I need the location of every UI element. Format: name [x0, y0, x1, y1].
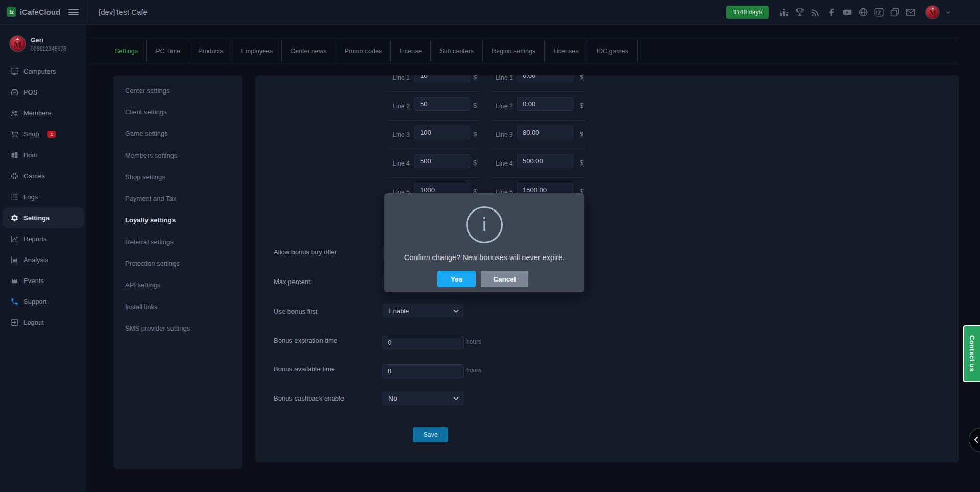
tab-license[interactable]: License	[391, 40, 431, 62]
bonus-line-group: Line 2$	[492, 92, 585, 121]
bonus-amount-input[interactable]	[517, 97, 573, 111]
currency-suffix: $	[580, 92, 583, 120]
mail-icon[interactable]	[905, 7, 916, 17]
globe-icon[interactable]	[858, 7, 868, 17]
main-sidebar: M Geri 008612345678 ComputersPOSMembersS…	[0, 25, 86, 492]
settings-nav-game-settings[interactable]: Game settings	[113, 123, 242, 145]
settings-nav-payment-and-tax[interactable]: Payment and Tax	[113, 188, 242, 209]
collapse-panel-toggle[interactable]	[969, 428, 980, 452]
tab-employees[interactable]: Employees	[232, 40, 282, 62]
shop-badge: 1	[47, 131, 56, 138]
spend-amount-input[interactable]	[414, 126, 470, 139]
tab-licenses[interactable]: Licenses	[545, 40, 587, 62]
bonus-line-row: Line 5$Line 5$	[255, 178, 959, 206]
youtube-icon[interactable]	[842, 7, 852, 17]
sidebar-item-members[interactable]: Members	[0, 103, 86, 124]
bonus-cashback-enable-value: No	[388, 394, 397, 402]
tab-pc-time[interactable]: PC Time	[147, 40, 189, 62]
tab-region-settings[interactable]: Region settings	[483, 40, 545, 62]
bonus-line-row: Line 3$Line 3$	[255, 121, 959, 149]
sidebar-item-label: Shop	[23, 130, 39, 138]
spend-amount-input[interactable]	[414, 154, 470, 168]
bonus-amount-input[interactable]	[517, 126, 573, 139]
crown-icon	[10, 276, 19, 285]
sidebar-item-boot[interactable]: Boot	[0, 145, 86, 166]
settings-nav-referral-settings[interactable]: Referral settings	[113, 231, 242, 252]
user-card[interactable]: M Geri 008612345678	[0, 25, 86, 52]
gear-icon	[10, 214, 19, 222]
sidebar-item-shop[interactable]: Shop1	[0, 124, 86, 145]
bonus-amount-input[interactable]	[517, 154, 573, 168]
header-actions: 1148 days M	[726, 5, 980, 19]
hamburger-menu-icon[interactable]	[68, 9, 79, 15]
sidebar-item-label: Settings	[23, 214, 50, 222]
spend-amount-input[interactable]	[414, 75, 470, 82]
monitor-icon	[10, 67, 19, 76]
settings-tab-bar: SettingsPC TimeProductsEmployeesCenter n…	[87, 40, 959, 62]
settings-nav-protection-settings[interactable]: Protection settings	[113, 252, 242, 274]
app-header: i2 iCafeCloud [dev]Test Cafe 1148 days M	[0, 0, 980, 25]
currency-suffix: $	[580, 75, 583, 91]
sidebar-item-support[interactable]: Support	[0, 291, 86, 312]
save-button[interactable]: Save	[413, 427, 448, 442]
settings-nav-center-settings[interactable]: Center settings	[113, 80, 242, 101]
sidebar-item-pos[interactable]: POS	[0, 82, 86, 103]
settings-nav-loyalty-settings[interactable]: Loyalty settings	[113, 209, 242, 231]
layers-icon[interactable]	[890, 7, 900, 17]
sidebar-item-logout[interactable]: Logout	[0, 312, 86, 333]
settings-nav-shop-settings[interactable]: Shop settings	[113, 166, 242, 188]
sidebar-item-logs[interactable]: Logs	[0, 186, 86, 207]
avatar[interactable]: M	[925, 5, 940, 19]
logout-icon	[10, 318, 19, 327]
loyalty-settings-form: Line 1$Line 1$Line 2$Line 2$Line 3$Line …	[255, 75, 959, 462]
currency-suffix: $	[580, 149, 583, 177]
settings-nav-members-settings[interactable]: Members settings	[113, 145, 242, 166]
sidebar-item-computers[interactable]: Computers	[0, 61, 86, 82]
tab-sub-centers[interactable]: Sub centers	[431, 40, 483, 62]
sidebar-item-label: Support	[23, 298, 47, 306]
bonus-available-time-label: Bonus available time	[274, 365, 335, 374]
trophy-icon[interactable]	[795, 7, 805, 17]
sidebar-item-label: Events	[23, 277, 44, 285]
settings-nav-install-links[interactable]: Install links	[113, 296, 242, 317]
line-label: Line 2	[393, 92, 410, 121]
bonus-available-time-input[interactable]	[382, 364, 464, 378]
sidebar-item-label: Logout	[23, 319, 44, 326]
bonus-cashback-enable-label: Bonus cashback enable	[274, 394, 344, 403]
sidebar-item-reports[interactable]: Reports	[0, 228, 86, 249]
sidebar-item-label: Logs	[23, 193, 38, 201]
use-bonus-first-select[interactable]: Enable	[382, 304, 464, 318]
contact-us-tab[interactable]: Contact us	[963, 325, 980, 382]
sidebar-item-settings[interactable]: Settings	[3, 207, 84, 228]
sidebar-item-events[interactable]: Events	[0, 270, 86, 291]
bonus-expiration-time-input[interactable]	[382, 336, 464, 349]
rss-icon[interactable]	[811, 7, 821, 17]
use-bonus-first-label: Use bonus first	[274, 307, 318, 316]
confirm-dialog: i Confirm change? New bonuses will never…	[384, 193, 584, 292]
brand-name: iCafeCloud	[20, 8, 60, 16]
spend-line-group: Line 1$	[388, 75, 479, 92]
podium-icon[interactable]	[779, 7, 789, 17]
yes-button[interactable]: Yes	[437, 271, 476, 287]
settings-nav-client-settings[interactable]: Client settings	[113, 101, 242, 123]
cancel-button[interactable]: Cancel	[481, 271, 528, 287]
sidebar-item-games[interactable]: Games	[0, 166, 86, 186]
chevron-down-icon[interactable]	[945, 9, 951, 15]
bonus-cashback-enable-select[interactable]: No	[382, 391, 464, 405]
bonus-line-row: Line 1$Line 1$	[255, 75, 959, 92]
days-remaining-badge[interactable]: 1148 days	[726, 6, 769, 19]
tab-settings[interactable]: Settings	[106, 40, 147, 62]
bonus-amount-input[interactable]	[517, 75, 573, 82]
sidebar-item-analysis[interactable]: Analysis	[0, 249, 86, 270]
tab-products[interactable]: Products	[189, 40, 232, 62]
tab-center-news[interactable]: Center news	[282, 40, 335, 62]
icafecloud-icon[interactable]	[874, 7, 884, 17]
settings-nav-sms-provider-settings[interactable]: SMS provider settings	[113, 317, 242, 339]
hours-suffix: hours	[466, 337, 481, 346]
max-percent-label: Max percent:	[274, 277, 312, 287]
facebook-icon[interactable]	[826, 7, 837, 17]
spend-amount-input[interactable]	[414, 97, 470, 111]
tab-promo-codes[interactable]: Promo codes	[335, 40, 391, 62]
settings-nav-api-settings[interactable]: API settings	[113, 274, 242, 296]
tab-idc-games[interactable]: IDC games	[587, 40, 638, 62]
